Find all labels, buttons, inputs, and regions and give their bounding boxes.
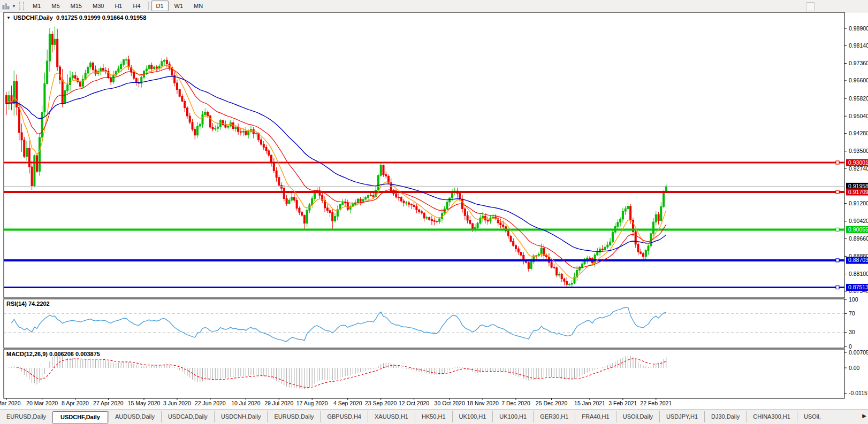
rsi-panel-frame — [4, 299, 844, 348]
price-tick-label: 0.96600 — [849, 77, 868, 83]
mt4-window: ▼ M1M5M15M30H1H4D1W1MN 0.989000.981400.9… — [0, 0, 868, 424]
date-tick-label: 15 Jan 2021 — [574, 400, 605, 406]
date-tick-label: 15 May 2020 — [128, 400, 161, 406]
date-tick-label: 8 Apr 2020 — [62, 400, 89, 406]
tab-scroll-right-icon[interactable]: ▶ — [862, 413, 866, 419]
macd-panel-frame — [4, 349, 844, 398]
price-tick-label: 0.94280 — [849, 130, 868, 136]
date-tick-label: 27 Apr 2020 — [93, 400, 124, 406]
symbol-tab-fra40-h1[interactable]: FRA40,H1 — [575, 411, 615, 422]
symbol-tab-usdchf-daily[interactable]: USDCHF,Daily — [52, 411, 108, 423]
symbol-tab-usdcad-daily[interactable]: USDCAD,Daily — [161, 411, 214, 422]
price-tick-label: 0.91200 — [849, 200, 868, 206]
date-tick-label: 17 Aug 2020 — [296, 400, 328, 406]
svg-text:0.93001: 0.93001 — [848, 159, 868, 166]
chart-canvas[interactable]: 0.989000.981400.973600.966000.958200.950… — [0, 0, 868, 424]
symbol-tab-usoil-daily[interactable]: USOil,Daily — [616, 411, 659, 422]
svg-text:0.90055: 0.90055 — [848, 226, 868, 233]
date-tick-label: 3 Feb 2021 — [608, 400, 637, 406]
date-tick-label: 4 Sep 2020 — [333, 400, 362, 406]
symbol-tab-eurusd-daily[interactable]: EURUSD,Daily — [267, 411, 320, 422]
price-flag-0.88703: 0.88703 — [846, 257, 868, 264]
price-tick-label: 0.93500 — [849, 148, 868, 154]
date-tick-label: 18 Nov 2020 — [467, 400, 499, 406]
date-tick-label: 25 Dec 2020 — [536, 400, 568, 406]
svg-text:0.87513: 0.87513 — [848, 284, 868, 290]
price-tick-label: 0.88100 — [849, 271, 868, 277]
date-tick-label: 20 Mar 2020 — [26, 400, 58, 406]
symbol-tab-uk100-h1[interactable]: UK100,H1 — [452, 411, 493, 422]
date-tick-label: 7 Dec 2020 — [501, 400, 530, 406]
svg-text:0.88703: 0.88703 — [848, 257, 868, 263]
date-tick-label: 23 Sep 2020 — [365, 400, 397, 406]
date-tick-label: 12 Oct 2020 — [399, 400, 429, 406]
macd-tick-label: 0.007053 — [849, 349, 868, 356]
symbol-tab-china300-h1[interactable]: CHINA300,H1 — [746, 411, 797, 422]
symbol-tab-audusd-daily[interactable]: AUDUSD,Daily — [108, 411, 161, 422]
macd-tick-label: -0.011573 — [849, 390, 868, 396]
rsi-tick-label: 70 — [849, 310, 855, 317]
price-tick-label: 0.98140 — [849, 42, 868, 49]
date-tick-label: 22 Feb 2021 — [640, 400, 672, 406]
collapse-triangle-icon[interactable]: ▼ — [6, 16, 11, 20]
hline-handle[interactable] — [836, 228, 839, 231]
ohlc-high: 0.91999 — [79, 14, 101, 21]
price-flag-0.90055: 0.90055 — [846, 226, 868, 233]
price-tick-label: 0.90420 — [849, 218, 868, 224]
ohlc-open: 0.91725 — [56, 14, 78, 21]
symbol-tab-usdcnh-daily[interactable]: USDCNH,Daily — [214, 411, 268, 422]
hline-handle[interactable] — [836, 286, 839, 289]
price-flag-0.93001: 0.93001 — [846, 159, 868, 166]
symbol-tab-usdjpy-h1[interactable]: USDJPY,H1 — [659, 411, 704, 422]
symbol-tab-bar: EURUSD,DailyUSDCHF,DailyAUDUSD,DailyUSDC… — [0, 410, 868, 424]
symbol-label: USDCHF,Daily — [13, 14, 53, 21]
date-tick-label: 22 Jun 2020 — [195, 400, 226, 406]
hline-handle[interactable] — [836, 259, 839, 262]
symbol-tab-gbpusd-h4[interactable]: GBPUSD,H4 — [320, 411, 368, 422]
price-flag-0.87513: 0.87513 — [846, 284, 868, 291]
price-tick-label: 0.95820 — [849, 95, 868, 102]
price-tick-label: 0.95040 — [849, 113, 868, 119]
main-chart-frame — [4, 12, 844, 298]
symbol-tab-eurusd-daily[interactable]: EURUSD,Daily — [0, 411, 52, 422]
rsi-tick-label: 30 — [849, 329, 855, 335]
price-tick-label: 0.97360 — [849, 60, 868, 66]
hline-handle[interactable] — [836, 190, 839, 194]
symbol-tab-xauusd-h1[interactable]: XAUUSD,H1 — [368, 411, 415, 422]
ohlc-low: 0.91664 — [102, 14, 124, 21]
macd-tick-label: 0.00 — [849, 365, 860, 371]
price-tick-label: 0.89660 — [849, 235, 868, 242]
symbol-tab-ger30-h1[interactable]: GER30,H1 — [533, 411, 575, 422]
macd-indicator-label: MACD(12,26,9) 0.006206 0.003875 — [6, 351, 100, 357]
price-flag-0.91709: 0.91709 — [846, 189, 868, 196]
symbol-tab-uk100-h1[interactable]: UK100,H1 — [492, 411, 533, 422]
hline-handle[interactable] — [836, 161, 839, 164]
rsi-tick-label: 100 — [849, 296, 858, 303]
ohlc-close: 0.91958 — [125, 14, 147, 21]
date-tick-label: 29 Jul 2020 — [264, 400, 293, 406]
symbol-tab-hk50-h1[interactable]: HK50,H1 — [415, 411, 452, 422]
svg-text:0.91709: 0.91709 — [848, 189, 868, 195]
date-tick-label: 3 Jun 2020 — [163, 400, 191, 406]
chart-title: ▼USDCHF,Daily 0.91725 0.91999 0.91664 0.… — [6, 14, 146, 21]
date-tick-label: 30 Oct 2020 — [435, 400, 465, 406]
symbol-tab-dj30-daily[interactable]: DJ30,Daily — [704, 411, 746, 422]
symbol-tab-usoil-[interactable]: USOil, — [797, 411, 827, 422]
rsi-indicator-label: RSI(14) 74.2202 — [6, 300, 50, 307]
price-tick-label: 0.98900 — [849, 25, 868, 32]
date-tick-label: 2 Mar 2020 — [0, 400, 21, 406]
date-tick-label: 10 Jul 2020 — [231, 400, 260, 406]
